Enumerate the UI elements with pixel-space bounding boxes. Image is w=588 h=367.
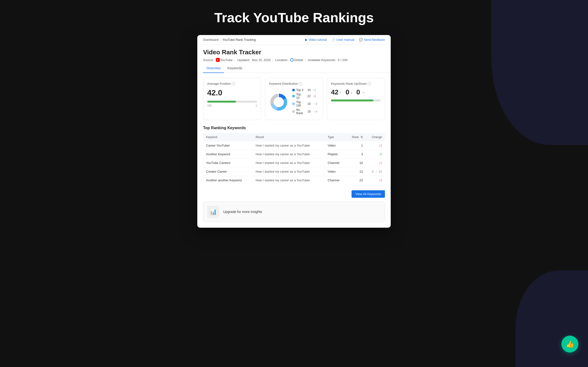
page-header: Video Rank Tracker Source: YouTube | Upd… <box>197 45 391 64</box>
legend-num-top100: 10 <box>306 102 311 106</box>
table-body: Career YouTuber How I started my career … <box>203 141 385 184</box>
send-feedback-link[interactable]: 💬 Send feedback <box>359 38 385 42</box>
keyword-distribution-info-icon[interactable]: i <box>299 82 302 85</box>
location-label: Location: <box>275 58 288 62</box>
video-tutorial-label: Video tutorial <box>309 38 327 42</box>
rud-progress-fill <box>331 100 373 101</box>
legend-num-norank: 16 <box>306 110 311 113</box>
col-type: Type <box>325 133 346 141</box>
legend-norank: No Rank 16 →0 <box>292 108 319 115</box>
legend-change-top3: +1 <box>313 89 319 92</box>
avg-position-labels: 100 1 <box>207 104 257 107</box>
legend-dot-norank <box>292 110 295 113</box>
cell-change: ↓1 <box>366 141 385 150</box>
cell-keyword: Another another Keyword <box>203 176 253 185</box>
down-arrow-icon: ↓ <box>350 90 353 95</box>
cell-rank: 13 <box>346 167 366 176</box>
source-text: YouTube <box>220 58 233 62</box>
page-title: Video Rank Tracker <box>203 49 385 56</box>
legend-label-top10: Top 10 <box>296 93 304 100</box>
col-result: Result <box>253 133 325 141</box>
cell-result: How I started my career as a YouTuber <box>253 159 325 167</box>
bg-shape-bottom <box>515 270 588 367</box>
cell-keyword: Creator Career <box>203 167 253 176</box>
keywords-table: Keyword Result Type Rank ⇅ Change Career… <box>203 133 385 184</box>
cell-change: 0 → 13 <box>366 167 385 176</box>
svg-point-4 <box>274 97 284 107</box>
keywords-count: 5 / 200 <box>338 58 347 62</box>
legend-label-norank: No Rank <box>296 108 304 115</box>
avg-position-info-icon[interactable]: i <box>232 82 235 85</box>
tab-overview[interactable]: Overview <box>203 64 224 73</box>
up-arrow-icon: ↑ <box>339 90 342 95</box>
breadcrumb-sep: › <box>220 38 221 42</box>
view-all-row: View All Keywords <box>197 188 391 202</box>
keywords-rank-updown-card: Keywords Rank Up/Down i 42 ↑ 0 ↓ 0 → <box>327 78 385 120</box>
floating-badge[interactable]: 👍 <box>562 336 578 352</box>
col-change: Change <box>366 133 385 141</box>
bg-shape-top <box>491 0 588 145</box>
neutral-arrow-icon: → <box>361 90 365 95</box>
legend-dot-top10 <box>292 95 295 97</box>
location-text: Global <box>294 58 303 62</box>
legend-label-top3: Top 3 <box>296 88 304 92</box>
top-bar: Dashboard › YouTube Rank Tracking ▶ Vide… <box>197 35 391 45</box>
tabs: Overview Keywords <box>197 64 391 73</box>
rank-header-text: Rank <box>352 135 359 139</box>
upgrade-chart-icon: 📊 <box>207 206 219 218</box>
legend-dot-top100 <box>292 103 295 105</box>
avg-position-card: Average Position i 42.0 100 1 <box>203 78 261 120</box>
meta-sep3: | <box>305 58 306 62</box>
cell-type: Playlist <box>325 150 346 159</box>
cell-type: Channel <box>325 159 346 167</box>
legend-top10: Top 10 22 ↓5 <box>292 93 319 100</box>
user-manual-link[interactable]: 📄 User manual <box>332 38 355 42</box>
cell-type: Video <box>325 141 346 150</box>
col-keyword: Keyword <box>203 133 253 141</box>
breadcrumb-parent: Dashboard <box>203 38 219 42</box>
kd-legend: Top 3 10 +1 Top 10 22 ↓5 Top 100 10 <box>292 88 319 116</box>
rud-up-item: 42 ↑ <box>331 88 342 96</box>
cell-keyword: Another Keyword <box>203 150 253 159</box>
upgrade-banner: 📊 Upgrade for more insights <box>203 202 385 222</box>
keywords-rank-updown-info-icon[interactable]: i <box>368 82 371 85</box>
rank-sort-icon[interactable]: ⇅ <box>361 135 363 139</box>
manual-icon: 📄 <box>332 38 336 42</box>
rud-down-item: 0 ↓ <box>346 88 353 96</box>
cell-result: How I started my career as a YouTuber <box>253 176 325 185</box>
keyword-distribution-card: Keyword Distribution i <box>265 78 323 120</box>
tab-keywords[interactable]: Keywords <box>224 64 245 73</box>
view-all-button[interactable]: View All Keywords <box>352 190 385 198</box>
cell-result: How I started my career as a YouTuber <box>253 167 325 176</box>
table-header: Keyword Result Type Rank ⇅ Change <box>203 133 385 141</box>
meta-sep2: | <box>272 58 273 62</box>
cell-change: ↓1 <box>366 159 385 167</box>
legend-num-top10: 22 <box>306 94 311 98</box>
legend-top100: Top 100 10 →0 <box>292 100 319 107</box>
updated-label: Updated: <box>237 58 250 62</box>
youtube-icon <box>216 58 220 62</box>
keywords-table-wrapper: Keyword Result Type Rank ⇅ Change Career… <box>197 133 391 188</box>
avg-position-title-text: Average Position <box>207 82 231 85</box>
rud-progress-bar <box>331 100 381 101</box>
cards-row: Average Position i 42.0 100 1 Keyword Di… <box>197 73 391 125</box>
top-actions: ▶ Video tutorial 📄 User manual 💬 Send fe… <box>305 38 385 42</box>
avg-position-value: 42.0 <box>207 88 257 97</box>
video-tutorial-link[interactable]: ▶ Video tutorial <box>305 38 327 42</box>
cell-result: How I started my career as a YouTuber <box>253 141 325 150</box>
table-row: Another another Keyword How I started my… <box>203 176 385 185</box>
avg-position-title: Average Position i <box>207 82 257 85</box>
hero-title: Track YouTube Rankings <box>214 10 374 25</box>
donut-chart <box>269 92 288 112</box>
source-label: Source: <box>203 58 214 62</box>
updated-date: Nov 15, 2020 <box>252 58 270 62</box>
avg-position-progress-bar <box>207 101 257 103</box>
keyword-distribution-title: Keyword Distribution i <box>269 82 319 85</box>
cell-result: How I started my career as a YouTuber <box>253 150 325 159</box>
progress-label-left: 100 <box>207 104 212 107</box>
globe-icon <box>290 58 294 62</box>
legend-num-top3: 10 <box>306 88 311 92</box>
top-ranking-title: Top Ranking Keywords <box>197 125 391 133</box>
legend-change-top100: →0 <box>313 102 319 105</box>
table-row: Another Keyword How I started my career … <box>203 150 385 159</box>
